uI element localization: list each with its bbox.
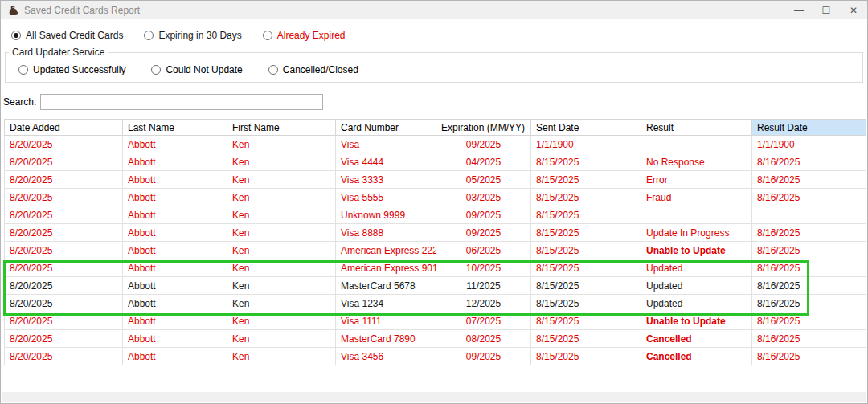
grid-cell[interactable]: 08/2025 (436, 330, 531, 348)
grid-cell[interactable]: Abbott (123, 171, 227, 189)
grid-cell[interactable]: 8/15/2025 (531, 189, 641, 206)
grid-cell[interactable]: 1/1/1900 (531, 136, 641, 153)
grid-cell[interactable]: 09/2025 (436, 224, 531, 242)
grid-cell[interactable]: Ken (227, 224, 336, 242)
radio-all-saved-credit-cards[interactable]: All Saved Credit Cards (11, 30, 123, 41)
grid-cell[interactable]: Visa 4444 (336, 153, 436, 171)
grid-cell[interactable]: 8/20/2025 (5, 330, 123, 348)
grid-cell[interactable]: 8/16/2025 (752, 348, 866, 365)
grid-cell[interactable]: 8/15/2025 (531, 259, 641, 277)
column-header[interactable]: Result (641, 120, 752, 136)
grid-cell[interactable]: Update In Progress (641, 224, 752, 242)
grid-cell[interactable]: 10/2025 (436, 259, 531, 277)
grid-cell[interactable]: Abbott (123, 295, 227, 312)
grid-cell[interactable]: 11/2025 (436, 277, 531, 295)
radio-already-expired[interactable]: Already Expired (263, 30, 346, 41)
table-row[interactable]: 8/20/2025AbbottKenAmerican Express 90121… (5, 259, 866, 277)
minimize-button[interactable]: — (785, 1, 813, 19)
grid-cell[interactable]: 8/16/2025 (752, 189, 866, 206)
grid-cell[interactable]: Visa 8888 (336, 224, 436, 242)
grid-cell[interactable]: 8/16/2025 (752, 277, 866, 295)
grid-cell[interactable]: MasterCard 7890 (336, 330, 436, 348)
grid-cell[interactable]: Ken (227, 171, 336, 189)
grid-cell[interactable]: 8/20/2025 (5, 259, 123, 277)
grid-cell[interactable]: 8/16/2025 (752, 224, 866, 242)
grid-cell[interactable]: 8/15/2025 (531, 295, 641, 312)
grid-cell[interactable]: Ken (227, 189, 336, 206)
grid-cell[interactable]: Abbott (123, 189, 227, 206)
grid-cell[interactable]: 8/20/2025 (5, 171, 123, 189)
table-row[interactable]: 8/20/2025AbbottKenVisa 345609/20258/15/2… (5, 348, 866, 365)
column-header[interactable]: Sent Date (531, 120, 641, 136)
grid-cell[interactable]: Abbott (123, 136, 227, 153)
grid-cell[interactable]: 1/1/1900 (752, 136, 866, 153)
radio-cancelled-closed[interactable]: Cancelled/Closed (268, 64, 358, 75)
grid-cell[interactable]: 8/16/2025 (752, 330, 866, 348)
search-input[interactable] (40, 94, 323, 110)
grid-cell[interactable]: Abbott (123, 259, 227, 277)
grid-cell[interactable]: 8/15/2025 (531, 330, 641, 348)
table-row[interactable]: 8/20/2025AbbottKenVisa09/20251/1/19001/1… (5, 136, 866, 153)
column-header[interactable]: Expiration (MM/YY) (436, 120, 531, 136)
grid-cell[interactable]: 09/2025 (436, 136, 531, 153)
table-row[interactable]: 8/20/2025AbbottKenAmerican Express 22220… (5, 242, 866, 259)
table-row[interactable]: 8/20/2025AbbottKenVisa 111107/20258/15/2… (5, 312, 866, 330)
grid-cell[interactable]: Ken (227, 136, 336, 153)
grid-cell[interactable]: Visa 3333 (336, 171, 436, 189)
grid-cell[interactable]: Error (641, 171, 752, 189)
grid-cell[interactable]: 8/20/2025 (5, 277, 123, 295)
table-row[interactable]: 8/20/2025AbbottKenUnknown 999909/20258/1… (5, 206, 866, 224)
table-row[interactable]: 8/20/2025AbbottKenVisa 555503/20258/15/2… (5, 189, 866, 206)
grid-cell[interactable]: Cancelled (641, 330, 752, 348)
table-row[interactable]: 8/20/2025AbbottKenVisa 888809/20258/15/2… (5, 224, 866, 242)
grid-cell[interactable]: Abbott (123, 348, 227, 365)
grid-cell[interactable]: Ken (227, 312, 336, 330)
grid-cell[interactable]: Unable to Update (641, 312, 752, 330)
radio-expiring-in-30-days[interactable]: Expiring in 30 Days (144, 30, 241, 41)
grid-cell[interactable]: 09/2025 (436, 348, 531, 365)
grid-cell[interactable]: Abbott (123, 312, 227, 330)
grid-cell[interactable]: Abbott (123, 330, 227, 348)
grid-cell[interactable]: Unable to Update (641, 242, 752, 259)
grid-cell[interactable]: Visa 1111 (336, 312, 436, 330)
grid-cell[interactable]: 8/16/2025 (752, 171, 866, 189)
close-button[interactable]: ✕ (840, 1, 867, 19)
grid-cell[interactable]: Ken (227, 259, 336, 277)
grid-cell[interactable]: Abbott (123, 242, 227, 259)
grid-cell[interactable]: 8/20/2025 (5, 295, 123, 312)
grid-cell[interactable]: Abbott (123, 277, 227, 295)
grid-cell[interactable]: Ken (227, 153, 336, 171)
grid-cell[interactable]: 8/20/2025 (5, 242, 123, 259)
grid-cell[interactable]: 03/2025 (436, 189, 531, 206)
grid-cell[interactable]: 8/15/2025 (531, 312, 641, 330)
grid-cell[interactable]: 8/15/2025 (531, 206, 641, 224)
grid-cell[interactable]: 8/15/2025 (531, 171, 641, 189)
grid-cell[interactable]: 8/16/2025 (752, 295, 866, 312)
grid-cell[interactable]: Ken (227, 330, 336, 348)
column-header[interactable]: Last Name (123, 120, 227, 136)
grid-cell[interactable]: Visa 1234 (336, 295, 436, 312)
grid-cell[interactable]: Ken (227, 295, 336, 312)
grid-cell[interactable]: 8/15/2025 (531, 153, 641, 171)
grid-cell[interactable]: Unknown 9999 (336, 206, 436, 224)
grid-cell[interactable]: 8/20/2025 (5, 153, 123, 171)
grid-cell[interactable]: No Response (641, 153, 752, 171)
grid-cell[interactable] (641, 206, 752, 224)
grid-cell[interactable]: Visa 5555 (336, 189, 436, 206)
grid-cell[interactable]: Ken (227, 277, 336, 295)
grid-cell[interactable]: 04/2025 (436, 153, 531, 171)
grid-cell[interactable]: Updated (641, 277, 752, 295)
column-header[interactable]: Result Date (752, 120, 866, 136)
grid-cell[interactable]: 09/2025 (436, 206, 531, 224)
grid-cell[interactable]: 8/20/2025 (5, 312, 123, 330)
grid-cell[interactable]: MasterCard 5678 (336, 277, 436, 295)
grid-cell[interactable] (752, 206, 866, 224)
grid-cell[interactable]: Ken (227, 206, 336, 224)
grid-cell[interactable]: 05/2025 (436, 171, 531, 189)
grid-cell[interactable]: 07/2025 (436, 312, 531, 330)
table-row[interactable]: 8/20/2025AbbottKenVisa 444404/20258/15/2… (5, 153, 866, 171)
column-header[interactable]: Date Added (5, 120, 123, 136)
grid-cell[interactable]: 8/20/2025 (5, 348, 123, 365)
grid-cell[interactable]: Abbott (123, 224, 227, 242)
column-header[interactable]: First Name (227, 120, 336, 136)
